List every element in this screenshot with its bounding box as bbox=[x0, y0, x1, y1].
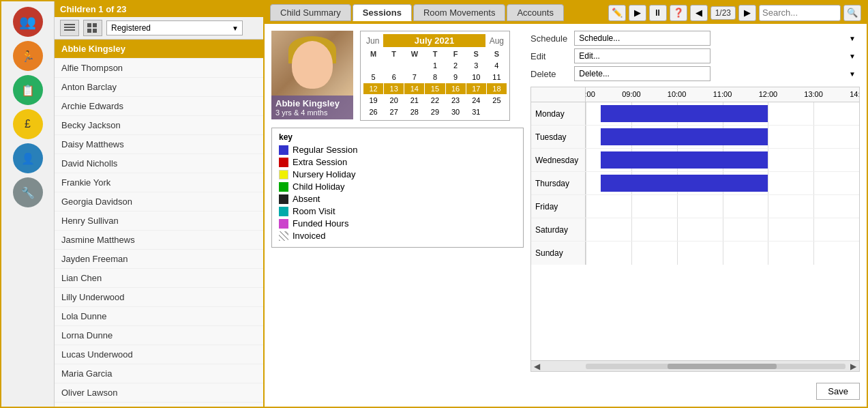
cal-day[interactable]: 30 bbox=[446, 106, 466, 117]
cal-day[interactable]: 12 bbox=[363, 83, 383, 94]
list-item[interactable]: Becky Jackson bbox=[55, 116, 263, 135]
cal-day[interactable]: 14 bbox=[404, 83, 424, 94]
tab-child-summary[interactable]: Child Summary bbox=[270, 4, 351, 21]
timeline-scrollbar[interactable]: ◀ ▶ bbox=[531, 360, 859, 371]
cal-day[interactable]: 23 bbox=[446, 95, 466, 106]
filter-dropdown[interactable]: Registered bbox=[106, 20, 243, 35]
list-item[interactable]: Daisy Matthews bbox=[55, 135, 263, 154]
save-button[interactable]: Save bbox=[816, 383, 860, 400]
tools-icon[interactable]: 🔧 bbox=[13, 177, 43, 207]
cal-day[interactable]: 4 bbox=[487, 60, 507, 71]
session-bar-tuesday bbox=[601, 128, 768, 145]
gridline bbox=[631, 195, 632, 218]
list-item[interactable]: Lilly Underwood bbox=[55, 288, 263, 307]
finance-icon[interactable]: £ bbox=[13, 109, 43, 139]
edit-dropdown[interactable]: Edit... bbox=[574, 48, 710, 63]
list-item[interactable]: Oliver Lawson bbox=[55, 383, 263, 403]
list-item[interactable]: Lian Chen bbox=[55, 269, 263, 288]
delete-dropdown-arrow-icon: ▼ bbox=[849, 70, 856, 78]
list-item[interactable]: Lorna Dunne bbox=[55, 326, 263, 345]
cal-day[interactable]: 22 bbox=[425, 95, 445, 106]
forward-btn[interactable]: ▶ bbox=[738, 5, 756, 21]
list-item[interactable]: Anton Barclay bbox=[55, 78, 263, 97]
key-label: Child Holiday bbox=[293, 181, 345, 192]
list-item[interactable]: Abbie Kingsley bbox=[55, 40, 263, 59]
cal-day[interactable]: 10 bbox=[466, 72, 486, 83]
tab-sessions[interactable]: Sessions bbox=[353, 4, 412, 21]
timeline-header: 08:00 09:00 10:00 11:00 12:00 13:00 14:0… bbox=[531, 87, 859, 102]
back-btn[interactable]: ◀ bbox=[690, 5, 708, 21]
cal-day[interactable]: 19 bbox=[363, 95, 383, 106]
cal-day[interactable]: 31 bbox=[466, 106, 486, 117]
cal-day[interactable]: 6 bbox=[384, 72, 404, 83]
schedule-dropdown[interactable]: Schedule... bbox=[574, 31, 710, 46]
next-btn[interactable]: ▶ bbox=[629, 5, 646, 21]
list-item[interactable]: Alfie Thompson bbox=[55, 59, 263, 78]
cal-day[interactable] bbox=[487, 106, 507, 117]
list-item[interactable]: Georgia Davidson bbox=[55, 192, 263, 212]
cal-day[interactable]: 1 bbox=[425, 60, 445, 71]
edit-dropdown-wrapper[interactable]: Edit... ▼ bbox=[574, 48, 860, 63]
search-btn[interactable]: 🔍 bbox=[843, 5, 861, 21]
cal-day[interactable]: 5 bbox=[363, 72, 383, 83]
cal-day[interactable]: 29 bbox=[425, 106, 445, 117]
timeline-row-tuesday: Tuesday bbox=[531, 126, 859, 149]
list-item[interactable]: Jasmine Matthews bbox=[55, 231, 263, 250]
search-input[interactable] bbox=[759, 5, 841, 21]
key-item: Invoiced bbox=[279, 231, 516, 241]
schedule-dropdown-wrapper[interactable]: Schedule... ▼ bbox=[574, 31, 860, 46]
tab-accounts[interactable]: Accounts bbox=[507, 4, 563, 21]
cal-day[interactable]: 17 bbox=[466, 83, 486, 94]
list-item[interactable]: Lucas Underwood bbox=[55, 345, 263, 364]
key-item: Extra Session bbox=[279, 157, 516, 167]
scroll-left-btn[interactable]: ◀ bbox=[534, 362, 540, 371]
cal-day[interactable]: 26 bbox=[363, 106, 383, 117]
list-item[interactable]: Jayden Freeman bbox=[55, 250, 263, 269]
scrollbar-thumb[interactable] bbox=[668, 364, 777, 369]
settings-people-icon[interactable]: 👤 bbox=[13, 143, 43, 173]
cal-day[interactable]: 18 bbox=[487, 83, 507, 94]
timeline-row-wednesday: Wednesday bbox=[531, 149, 859, 172]
edit-pencil-btn[interactable]: ✏️ bbox=[608, 5, 626, 21]
cal-day[interactable]: 3 bbox=[466, 60, 486, 71]
cal-day[interactable]: 25 bbox=[487, 95, 507, 106]
delete-dropdown[interactable]: Delete... bbox=[574, 66, 710, 81]
scroll-right-btn[interactable]: ▶ bbox=[850, 362, 856, 371]
grid-view-btn[interactable] bbox=[83, 20, 102, 36]
cal-day[interactable] bbox=[404, 60, 424, 71]
cal-day[interactable]: 2 bbox=[446, 60, 466, 71]
child-icon[interactable]: 🏃 bbox=[13, 41, 43, 71]
prev-btn[interactable]: ⏸ bbox=[649, 5, 667, 21]
child-list-scroll[interactable]: Abbie Kingsley Alfie Thompson Anton Barc… bbox=[55, 40, 263, 407]
cal-day[interactable]: 28 bbox=[404, 106, 424, 117]
cal-day[interactable]: 9 bbox=[446, 72, 466, 83]
cal-day[interactable]: 16 bbox=[446, 83, 466, 94]
prev-month-btn[interactable]: Jun bbox=[363, 36, 382, 46]
list-view-btn[interactable] bbox=[60, 20, 79, 36]
cal-day[interactable] bbox=[384, 60, 404, 71]
cal-day[interactable]: 11 bbox=[487, 72, 507, 83]
list-item[interactable]: David Nicholls bbox=[55, 154, 263, 173]
cal-day[interactable]: 7 bbox=[404, 72, 424, 83]
next-month-btn[interactable]: Aug bbox=[487, 36, 507, 46]
list-item[interactable]: Frankie York bbox=[55, 173, 263, 192]
cal-day[interactable]: 20 bbox=[384, 95, 404, 106]
info-btn[interactable]: ❓ bbox=[670, 5, 687, 21]
people-icon[interactable]: 👥 bbox=[13, 7, 43, 37]
tab-room-movements[interactable]: Room Movements bbox=[413, 4, 505, 21]
list-item[interactable]: Maria Garcia bbox=[55, 364, 263, 383]
list-item[interactable]: Archie Edwards bbox=[55, 97, 263, 116]
list-item[interactable]: Henry Sullivan bbox=[55, 212, 263, 231]
report-icon[interactable]: 📋 bbox=[13, 75, 43, 105]
cal-day[interactable]: 15 bbox=[425, 83, 445, 94]
cal-day[interactable]: 21 bbox=[404, 95, 424, 106]
cal-day[interactable]: 8 bbox=[425, 72, 445, 83]
filter-dropdown-wrapper[interactable]: Registered ▼ bbox=[106, 20, 243, 35]
cal-day[interactable]: 27 bbox=[384, 106, 404, 117]
delete-dropdown-wrapper[interactable]: Delete... ▼ bbox=[574, 66, 860, 81]
list-item[interactable]: Lola Dunne bbox=[55, 307, 263, 326]
cal-day[interactable]: 13 bbox=[384, 83, 404, 94]
cal-day[interactable]: 24 bbox=[466, 95, 486, 106]
timeline-rows: Monday bbox=[531, 102, 859, 360]
cal-day[interactable] bbox=[363, 60, 383, 71]
